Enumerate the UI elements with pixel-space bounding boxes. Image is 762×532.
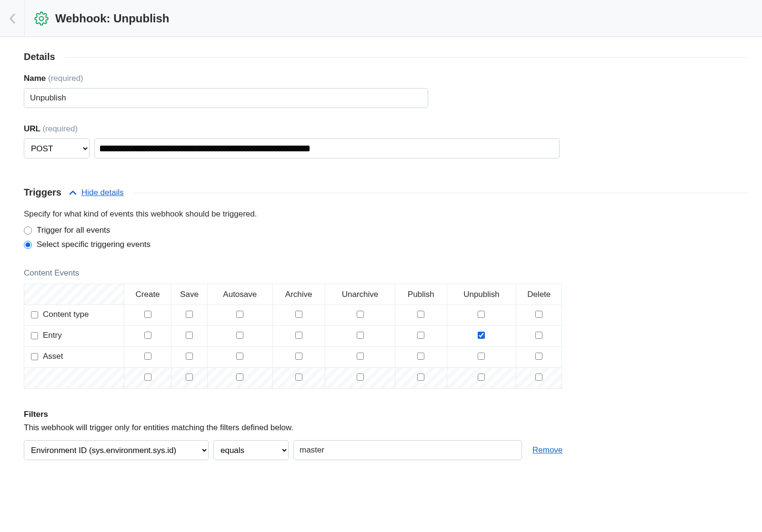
column-checkbox[interactable] <box>357 374 364 381</box>
col-delete: Delete <box>516 284 562 305</box>
event-checkbox[interactable] <box>357 332 364 339</box>
col-save: Save <box>171 284 208 305</box>
row-checkbox[interactable] <box>31 311 38 318</box>
event-checkbox[interactable] <box>186 353 193 360</box>
event-checkbox[interactable] <box>295 332 302 339</box>
hide-details-link[interactable]: Hide details <box>81 188 124 197</box>
column-checkbox[interactable] <box>295 374 302 381</box>
radio-specific-events[interactable]: Select specific triggering events <box>24 240 748 249</box>
event-checkbox[interactable] <box>535 332 542 339</box>
events-footer-corner <box>24 368 124 389</box>
column-checkbox[interactable] <box>478 374 485 381</box>
col-archive: Archive <box>272 284 325 305</box>
event-checkbox[interactable] <box>357 353 364 360</box>
col-unarchive: Unarchive <box>325 284 395 305</box>
event-checkbox[interactable] <box>236 332 243 339</box>
filter-value-input[interactable] <box>293 440 522 460</box>
collapse-toggle[interactable]: Hide details <box>69 188 124 197</box>
event-checkbox[interactable] <box>236 353 243 360</box>
event-checkbox[interactable] <box>478 353 485 360</box>
row-toggle[interactable]: Asset <box>31 352 63 361</box>
radio-all-events[interactable]: Trigger for all events <box>24 226 748 235</box>
col-autosave: Autosave <box>207 284 272 305</box>
event-checkbox[interactable] <box>144 353 151 360</box>
triggers-title: Triggers <box>24 187 61 198</box>
events-corner <box>24 284 124 305</box>
details-title: Details <box>24 51 55 62</box>
event-checkbox[interactable] <box>417 353 424 360</box>
column-checkbox[interactable] <box>236 374 243 381</box>
column-checkbox[interactable] <box>535 374 542 381</box>
row-toggle[interactable]: Entry <box>31 331 62 340</box>
event-checkbox[interactable] <box>478 332 485 339</box>
back-button[interactable] <box>0 0 25 37</box>
row-checkbox[interactable] <box>31 353 38 360</box>
filter-operator-select[interactable]: equals <box>213 440 289 460</box>
gear-icon <box>34 11 49 26</box>
row-checkbox[interactable] <box>31 332 38 339</box>
filters-heading: Filters <box>24 410 748 419</box>
col-create: Create <box>124 284 171 305</box>
row-toggle[interactable]: Content type <box>31 310 89 319</box>
radio-specific-events-input[interactable] <box>24 241 32 249</box>
event-checkbox[interactable] <box>417 332 424 339</box>
filter-remove-link[interactable]: Remove <box>532 445 562 455</box>
page-title: Webhook: Unpublish <box>55 12 170 25</box>
event-checkbox[interactable] <box>357 311 364 318</box>
events-table: Create Save Autosave Archive Unarchive P… <box>24 284 562 389</box>
http-method-select[interactable]: POST <box>24 138 90 158</box>
filter-row: Environment ID (sys.environment.sys.id) … <box>24 440 748 460</box>
event-checkbox[interactable] <box>144 311 151 318</box>
column-checkbox[interactable] <box>417 374 424 381</box>
event-checkbox[interactable] <box>295 311 302 318</box>
page-header: Webhook: Unpublish <box>0 0 762 37</box>
event-checkbox[interactable] <box>186 311 193 318</box>
event-checkbox[interactable] <box>236 311 243 318</box>
event-checkbox[interactable] <box>478 311 485 318</box>
name-input[interactable] <box>24 88 428 108</box>
triggers-description: Specify for what kind of events this web… <box>24 209 748 219</box>
event-checkbox[interactable] <box>144 332 151 339</box>
content-events-label: Content Events <box>24 268 748 278</box>
chevron-up-icon <box>69 190 77 196</box>
event-checkbox[interactable] <box>535 353 542 360</box>
col-unpublish: Unpublish <box>447 284 516 305</box>
radio-all-events-input[interactable] <box>24 227 32 235</box>
event-checkbox[interactable] <box>535 311 542 318</box>
column-checkbox[interactable] <box>186 374 193 381</box>
event-checkbox[interactable] <box>295 353 302 360</box>
event-checkbox[interactable] <box>417 311 424 318</box>
filter-field-select[interactable]: Environment ID (sys.environment.sys.id) <box>24 440 209 460</box>
section-heading-details: Details <box>14 51 748 62</box>
col-publish: Publish <box>395 284 447 305</box>
section-heading-triggers: Triggers Hide details <box>14 187 748 198</box>
filters-description: This webhook will trigger only for entit… <box>24 423 748 433</box>
url-input[interactable] <box>94 138 560 158</box>
chevron-left-icon <box>9 13 16 24</box>
name-label: Name (required) <box>24 74 748 83</box>
url-label: URL (required) <box>24 124 748 134</box>
event-checkbox[interactable] <box>186 332 193 339</box>
column-checkbox[interactable] <box>144 374 151 381</box>
